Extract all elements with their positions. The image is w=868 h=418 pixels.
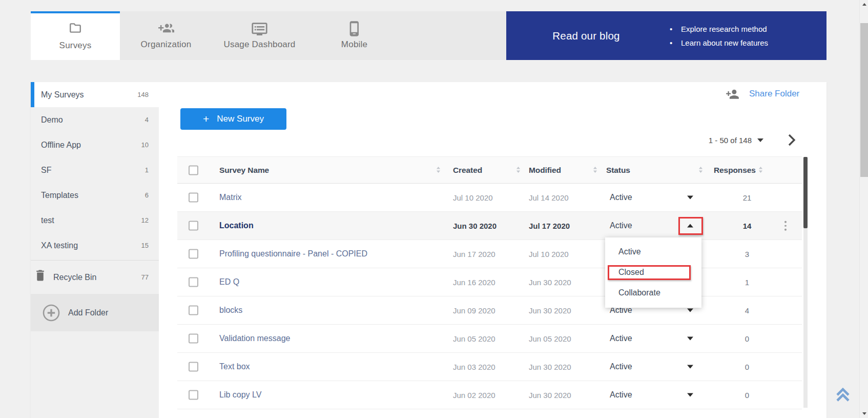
row-checkbox[interactable]: [189, 193, 198, 203]
survey-name-link[interactable]: Validation message: [219, 334, 290, 343]
created-date: Jun 03 2020: [453, 363, 495, 371]
checkbox-cell: [189, 249, 198, 259]
dropdown-option-collaborate[interactable]: Collaborate: [605, 283, 701, 303]
browser-scrollbar[interactable]: [859, 0, 868, 418]
sidebar-item-demo[interactable]: Demo 4: [31, 107, 159, 132]
tab-organization[interactable]: Organization: [120, 11, 212, 60]
status-value[interactable]: Active: [610, 221, 632, 230]
tab-usage-dashboard[interactable]: Usage Dashboard: [212, 11, 307, 60]
share-folder-button[interactable]: Share Folder: [726, 88, 799, 99]
sidebar-item-recycle-bin[interactable]: Recycle Bin 77: [31, 261, 159, 294]
table-scrollbar[interactable]: [803, 157, 808, 408]
select-all-checkbox[interactable]: [189, 165, 198, 175]
sidebar-item-my-surveys[interactable]: My Surveys 148: [31, 82, 159, 107]
responses-count[interactable]: 4: [727, 306, 768, 315]
new-survey-button[interactable]: + New Survey: [180, 108, 286, 130]
sort-icon[interactable]: [516, 166, 521, 175]
survey-name-link[interactable]: Lib copy LV: [219, 390, 261, 400]
survey-name-link[interactable]: Matrix: [219, 193, 242, 202]
checkbox-cell: [189, 390, 198, 400]
created-date: Jun 17 2020: [453, 250, 495, 258]
scrollbar-up-arrow[interactable]: [860, 0, 868, 9]
survey-name-link[interactable]: Text box: [219, 362, 250, 371]
trash-icon: [36, 268, 47, 283]
pagination-dropdown-caret-icon[interactable]: [757, 138, 763, 142]
table-row: ED Q Jun 16 2020 Jun 30 2020 1: [177, 268, 802, 296]
row-checkbox[interactable]: [189, 277, 198, 287]
survey-name-link[interactable]: blocks: [219, 306, 242, 315]
scrollbar-thumb[interactable]: [860, 23, 868, 177]
status-caret-down-icon[interactable]: [687, 309, 693, 312]
responses-count[interactable]: 0: [727, 334, 768, 343]
tab-mobile[interactable]: Mobile: [307, 11, 402, 60]
sidebar-item-test[interactable]: test 12: [31, 208, 159, 233]
row-menu-kebab-icon[interactable]: [784, 221, 787, 231]
caret-shape: [687, 309, 693, 312]
table-scrollbar-thumb[interactable]: [803, 157, 808, 228]
blog-banner[interactable]: Read our blog Explore research method Le…: [506, 11, 826, 60]
column-header-created[interactable]: Created: [453, 166, 482, 175]
status-caret-down-icon[interactable]: [687, 393, 693, 397]
next-page-button[interactable]: [786, 133, 797, 147]
responses-count[interactable]: 3: [727, 250, 768, 258]
row-checkbox[interactable]: [189, 306, 198, 315]
add-folder-label: Add Folder: [68, 308, 108, 317]
status-value[interactable]: Active: [610, 193, 632, 202]
table-row: Validation message Jun 05 2020 Jun 05 20…: [177, 325, 802, 353]
column-header-status[interactable]: Status: [606, 166, 630, 175]
banner-bullet: Learn about new features: [670, 36, 768, 50]
row-checkbox[interactable]: [189, 362, 198, 372]
modified-date: Jul 10 2020: [529, 250, 569, 258]
responses-count[interactable]: 0: [727, 363, 768, 371]
tab-surveys[interactable]: Surveys: [31, 11, 120, 60]
column-header-modified[interactable]: Modified: [529, 166, 561, 175]
sort-icon[interactable]: [436, 166, 441, 175]
responses-count[interactable]: 14: [727, 222, 768, 230]
created-date: Jun 02 2020: [453, 391, 495, 400]
modified-date: Jul 17 2020: [529, 222, 570, 230]
modified-date: Jun 30 2020: [529, 278, 571, 287]
sidebar-item-sf[interactable]: SF 1: [31, 157, 159, 183]
sidebar-item-xa-testing[interactable]: XA testing 15: [31, 233, 159, 258]
status-value[interactable]: Active: [610, 334, 632, 343]
banner-bullet-list: Explore research method Learn about new …: [670, 22, 768, 50]
survey-name-link[interactable]: Profiling questionnaire - Panel - COPIED: [219, 249, 367, 258]
row-checkbox[interactable]: [189, 249, 198, 259]
sort-icon[interactable]: [758, 166, 763, 175]
add-folder-button[interactable]: Add Folder: [31, 294, 159, 331]
sort-icon[interactable]: [698, 166, 703, 175]
checkbox-cell: [189, 165, 198, 175]
column-header-responses[interactable]: Responses: [714, 166, 756, 175]
survey-name-link[interactable]: Location: [219, 221, 254, 230]
status-value[interactable]: Active: [610, 390, 632, 400]
row-checkbox[interactable]: [189, 334, 198, 344]
status-caret-down-icon[interactable]: [687, 196, 693, 200]
table-row: Lib copy LV Jun 02 2020 Jun 30 2020 Acti…: [177, 381, 802, 409]
checkbox-cell: [189, 362, 198, 372]
survey-table: Survey Name Created Modified Status Resp…: [177, 156, 802, 409]
sidebar-item-offline-app[interactable]: Offline App 10: [31, 132, 159, 157]
survey-name-link[interactable]: ED Q: [219, 277, 239, 287]
dropdown-option-active[interactable]: Active: [605, 242, 701, 262]
caret-shape: [687, 365, 693, 369]
sort-icon[interactable]: [593, 166, 597, 175]
group-add-icon: [158, 19, 174, 34]
responses-count[interactable]: 21: [727, 193, 768, 202]
sidebar-item-templates[interactable]: Templates 6: [31, 183, 159, 208]
back-to-top-button[interactable]: [833, 385, 853, 405]
caret-shape: [687, 393, 693, 397]
status-value[interactable]: Active: [610, 362, 632, 371]
column-header-survey-name[interactable]: Survey Name: [219, 166, 269, 175]
sidebar-item-count: 10: [141, 141, 149, 149]
status-caret-down-icon[interactable]: [687, 337, 693, 341]
row-checkbox[interactable]: [189, 390, 198, 400]
main-panel: My Surveys 148 Demo 4 Offline App 10 SF …: [31, 82, 826, 418]
row-checkbox[interactable]: [189, 221, 198, 231]
sidebar-item-label: XA testing: [41, 241, 78, 250]
table-header-row: Survey Name Created Modified Status Resp…: [177, 156, 802, 184]
scrollbar-down-arrow[interactable]: [860, 409, 868, 418]
responses-count[interactable]: 1: [727, 278, 768, 287]
status-caret-down-icon[interactable]: [687, 365, 693, 369]
checkbox-cell: [189, 306, 198, 315]
responses-count[interactable]: 0: [727, 391, 768, 400]
